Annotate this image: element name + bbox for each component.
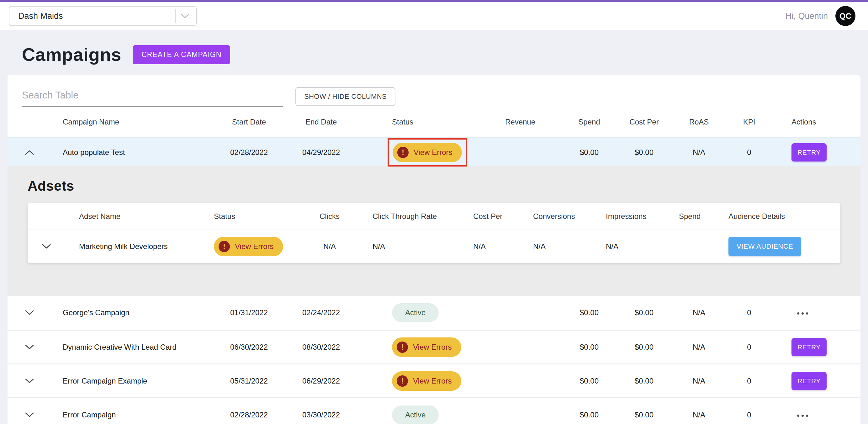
end-date: 02/24/2022 <box>290 308 352 317</box>
col-audience-details: Audience Details <box>727 212 843 221</box>
col-spend: Spend <box>563 118 616 126</box>
col-revenue: Revenue <box>478 118 563 126</box>
roas-cell: N/A <box>672 308 725 317</box>
workspace-selector[interactable]: Dash Maids <box>9 6 197 26</box>
ctr-cell: N/A <box>368 242 467 251</box>
col-end-date: End Date <box>290 118 352 126</box>
start-date: 01/31/2022 <box>208 308 290 317</box>
roas-cell: N/A <box>672 343 725 352</box>
roas-cell: N/A <box>672 148 725 157</box>
col-kpi: KPI <box>725 118 773 126</box>
table-row: Error Campaign Example 05/31/2022 06/29/… <box>7 363 861 397</box>
kpi-cell: 0 <box>725 376 773 386</box>
audience-cell: VIEW AUDIENCE <box>727 237 843 256</box>
retry-button[interactable]: RETRY <box>792 372 827 390</box>
chevron-down-icon[interactable] <box>181 13 189 19</box>
cost-per-cell: $0.00 <box>616 376 672 386</box>
chevron-down-icon <box>42 244 51 249</box>
chevron-down-icon <box>25 310 34 315</box>
adset-name: Marketing Milk Developers <box>65 242 191 251</box>
col-start-date: Start Date <box>208 118 290 126</box>
spend-cell: $0.00 <box>563 343 616 352</box>
start-date: 02/28/2022 <box>208 148 290 157</box>
error-icon: ! <box>219 241 230 252</box>
impressions-cell: N/A <box>601 242 677 251</box>
row-menu-icon[interactable] <box>797 412 808 420</box>
select-divider <box>175 9 176 23</box>
kpi-cell: 0 <box>725 148 773 157</box>
campaign-name: George's Campaign <box>52 308 208 317</box>
row-expander[interactable] <box>7 345 52 350</box>
view-errors-badge[interactable]: ! View Errors <box>393 143 462 162</box>
show-hide-columns-button[interactable]: SHOW / HIDE COLUMNS <box>296 87 396 106</box>
start-date: 02/28/2022 <box>208 411 290 419</box>
status-cell: ! View Errors <box>352 371 478 391</box>
actions-cell: RETRY <box>773 338 861 356</box>
col-impressions: Impressions <box>601 212 677 221</box>
page-title: Campaigns <box>22 44 121 65</box>
active-status-badge: Active <box>392 405 439 424</box>
row-expander[interactable] <box>7 413 52 417</box>
cost-per-cell: $0.00 <box>616 411 672 419</box>
row-expander[interactable] <box>7 378 52 384</box>
error-icon: ! <box>397 147 409 158</box>
adset-table-header: Adset Name Status Clicks Click Through R… <box>28 203 840 230</box>
col-roas: RoAS <box>672 118 725 126</box>
adsets-title: Adsets <box>28 178 840 194</box>
col-adset-spend: Spend <box>677 212 727 221</box>
start-date: 06/30/2022 <box>208 343 290 352</box>
view-errors-badge[interactable]: ! View Errors <box>214 237 283 256</box>
start-date: 05/31/2022 <box>208 376 290 386</box>
row-menu-icon[interactable] <box>797 309 808 318</box>
end-date: 03/30/2022 <box>290 411 352 419</box>
roas-cell: N/A <box>672 376 725 386</box>
campaigns-card: SHOW / HIDE COLUMNS Campaign Name Start … <box>7 74 861 424</box>
top-bar: Dash Maids Hi, Quentin QC <box>0 0 868 30</box>
row-expander[interactable] <box>7 150 52 155</box>
chevron-down-icon <box>25 378 34 384</box>
col-cost-per: Cost Per <box>616 118 672 126</box>
cost-per-cell: $0.00 <box>616 148 672 157</box>
spend-cell: $0.00 <box>563 376 616 386</box>
click-highlight-box: ! View Errors <box>388 138 467 166</box>
campaign-name: Dynamic Creative With Lead Card <box>52 343 208 352</box>
chevron-up-icon <box>25 150 34 155</box>
avatar[interactable]: QC <box>835 6 856 26</box>
user-area: Hi, Quentin QC <box>785 6 856 26</box>
table-row: Auto populate Test 02/28/2022 04/29/2022… <box>7 138 861 165</box>
row-expander[interactable] <box>28 244 65 249</box>
col-campaign-name: Campaign Name <box>52 118 208 126</box>
campaign-name: Error Campaign Example <box>52 376 208 386</box>
search-input[interactable] <box>22 88 283 107</box>
row-expander[interactable] <box>7 310 52 315</box>
roas-cell: N/A <box>672 411 725 419</box>
end-date: 06/29/2022 <box>290 376 352 386</box>
view-audience-button[interactable]: VIEW AUDIENCE <box>728 237 801 256</box>
retry-button[interactable]: RETRY <box>792 338 827 356</box>
status-cell: ! View Errors <box>352 138 478 166</box>
campaign-table-header: Campaign Name Start Date End Date Status… <box>7 107 861 138</box>
view-errors-badge[interactable]: ! View Errors <box>392 337 461 357</box>
conversions-cell: N/A <box>529 242 601 251</box>
kpi-cell: 0 <box>725 308 773 317</box>
campaign-name: Auto populate Test <box>52 148 208 157</box>
create-campaign-button[interactable]: CREATE A CAMPAIGN <box>133 45 230 64</box>
table-row: Dynamic Creative With Lead Card 06/30/20… <box>7 330 861 363</box>
col-actions: Actions <box>773 118 861 126</box>
badge-label: View Errors <box>413 343 452 352</box>
spend-cell: $0.00 <box>563 148 616 157</box>
retry-button[interactable]: RETRY <box>792 143 827 161</box>
cost-per-cell: $0.00 <box>616 308 672 317</box>
badge-label: View Errors <box>235 242 274 251</box>
end-date: 08/30/2022 <box>290 343 352 352</box>
cost-per-cell: $0.00 <box>616 343 672 352</box>
col-adset-name: Adset Name <box>65 212 191 221</box>
kpi-cell: 0 <box>725 343 773 352</box>
page-header: Campaigns CREATE A CAMPAIGN <box>0 30 868 74</box>
actions-cell <box>773 410 861 420</box>
status-cell: Active <box>352 303 478 322</box>
col-ctr: Click Through Rate <box>368 212 467 221</box>
view-errors-badge[interactable]: ! View Errors <box>392 371 461 391</box>
user-greeting: Hi, Quentin <box>785 11 828 21</box>
col-status: Status <box>352 118 478 126</box>
